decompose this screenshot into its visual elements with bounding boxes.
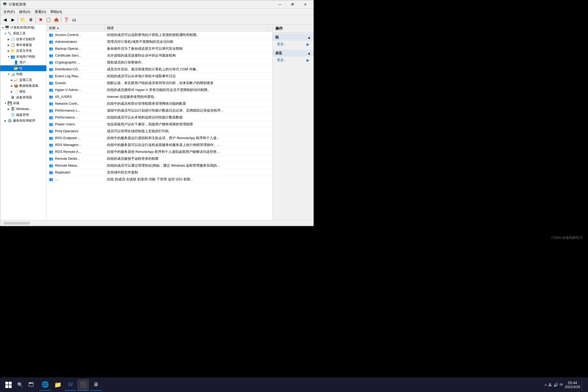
list-item[interactable]: 👥 IIS_IUSRS Internet 信息服务使用的内置组。 — [47, 93, 272, 100]
tree-item-systools[interactable]: ▼ 🔧 系统工具 — [0, 30, 46, 36]
show-desktop-button[interactable] — [582, 380, 584, 390]
list-item[interactable]: 👥 Distributed CO... 成员允许启动、激活和使用此计算机上的分布… — [47, 66, 272, 73]
section-title-group[interactable]: 组 ▲ — [273, 34, 313, 41]
tree-item-services[interactable]: ▶ ⚙️ 服务和应用程序 — [0, 118, 46, 124]
tree-item-windows[interactable]: ▶ 🗄 Windows... — [0, 106, 46, 112]
expand-icon[interactable]: ▶ — [7, 38, 10, 41]
devmgr-icon: 🖥 — [10, 95, 15, 100]
group-desc: 授权成员执行加密操作。 — [105, 60, 272, 65]
list-item[interactable]: 👥 Administrators 管理员对计算机/域有不受限制的完全访问权 — [47, 38, 272, 45]
list-item[interactable]: 👥 RDS Remote A... 此组中的服务器使 RemoteApp 程序和… — [47, 148, 272, 155]
tree-item-storage[interactable]: ▼ 💾 存储 — [0, 100, 46, 106]
delete-button[interactable]: ✖ — [37, 16, 44, 24]
list-item[interactable]: 👥 Network Confi... 此组中的成员有部分管理权限来管理网络功能的… — [47, 100, 272, 107]
statusbar-scroll[interactable] — [3, 222, 30, 225]
list-item[interactable]: 👥 Power Users 包括高级用户以向下兼容，高级用户拥有有限的管理权限 — [47, 121, 272, 128]
menu-action[interactable]: 操作(A) — [17, 9, 33, 15]
expand-icon[interactable]: ▶ — [10, 90, 14, 93]
section-collapse-icon: ▲ — [307, 35, 311, 39]
expand-icon[interactable]: ▶ — [4, 119, 7, 122]
list-item[interactable]: 👥 Remote Mana... 此组的成员可以通过管理协议(例如，通过 Win… — [47, 162, 272, 169]
col-header-desc[interactable]: 描述 — [105, 25, 268, 31]
tree-item-computer[interactable]: ▼ 🖥️ 计算机管理(本地) — [0, 25, 46, 30]
taskview-button[interactable]: 🗔 — [25, 379, 37, 391]
tree-item-monitor[interactable]: ▶ 📈 监视工具 — [0, 77, 46, 83]
taskbar-ie-button[interactable]: 🌐 — [39, 379, 51, 391]
list-item[interactable]: 👥 Cryptographic ... 授权成员执行加密操作。 — [47, 59, 272, 66]
tree-item-perf[interactable]: ▼ 📊 性能 — [0, 71, 46, 77]
expand-icon[interactable]: ▶ — [7, 107, 10, 111]
group-desc: 此组中的服务器运行虚拟机和主机会话，用户 RemoteApp 程序和个人虚... — [105, 135, 272, 141]
tree-item-event[interactable]: ▶ 📋 事件查看器 — [0, 42, 46, 48]
action-more-chizu[interactable]: 更多... ▶ — [273, 57, 313, 63]
tray-ime[interactable]: 中 — [560, 382, 563, 387]
list-item[interactable]: 👥 Replicator 支持域中的文件复制 — [47, 169, 272, 176]
up-button[interactable]: 📁 — [19, 16, 26, 24]
list-item[interactable]: 👥 Hyper-V Admin... 此组的成员拥有对 Hyper-V 所有功能… — [47, 86, 272, 93]
tray-expand[interactable]: ∧ — [545, 383, 547, 386]
expand-icon[interactable]: ▼ — [7, 55, 10, 58]
group-name: 👥 Cryptographic ... — [47, 60, 105, 65]
tree-item-task[interactable]: ▶ 🕐 任务计划程序 — [0, 36, 46, 42]
toolbar-sep-3 — [61, 17, 61, 23]
expand-icon[interactable]: ▶ — [7, 43, 10, 47]
tree-item-diskmgr[interactable]: 💿 磁盘管理 — [0, 112, 46, 118]
system-clock[interactable]: 20:44 2022/4/28 — [565, 381, 580, 389]
group-name: 👥 Performance L... — [47, 108, 105, 113]
minimize-button[interactable]: — — [274, 1, 286, 8]
list-item[interactable]: 👥 RDS Managem... 此组中的服务器可以在运行远程桌面服务的服务器上… — [47, 142, 272, 148]
start-button[interactable] — [2, 379, 15, 391]
tree-item-groups[interactable]: 📂 组 — [0, 65, 46, 71]
back-button[interactable]: ◀ — [1, 16, 9, 24]
view-toggle[interactable]: 🗂 — [70, 16, 78, 24]
taskbar-explorer-button[interactable]: 📁 — [52, 379, 64, 391]
expand-icon[interactable]: ▼ — [4, 102, 7, 105]
list-item[interactable]: 👥 Access Control... 此组的成员可以远程查询此计算机上资源的授… — [47, 31, 272, 38]
forward-button[interactable]: ▶ — [9, 16, 17, 24]
group-icon: 👥 — [49, 94, 53, 99]
action-more-group[interactable]: 更多... ▶ — [273, 41, 313, 48]
list-item[interactable]: 👥 Print Operators 成员可以管理在域控制器上安装的打印机 — [47, 128, 272, 135]
list-item[interactable]: 👥 RDS Endpoint ... 此组中的服务器运行虚拟机和主机会话，用户 … — [47, 135, 272, 142]
expand-icon[interactable]: ▶ — [7, 49, 10, 52]
maximize-button[interactable]: 🗗 — [286, 1, 299, 8]
menu-help[interactable]: 帮助(H) — [48, 9, 64, 15]
expand-icon[interactable]: ▼ — [7, 72, 10, 76]
close-button[interactable]: ✕ — [299, 1, 311, 8]
list-item[interactable]: 👥 Guests 按默认值，来宾跟用户组的成员有同等访问权，但来宾帐户的限制更多 — [47, 80, 272, 86]
expand-icon[interactable]: ▶ — [10, 78, 14, 81]
menu-view[interactable]: 查看(V) — [33, 9, 48, 15]
help-button[interactable]: ❓ — [62, 16, 70, 24]
show-hide-tree[interactable]: 🖥 — [27, 16, 34, 24]
tree-item-users[interactable]: 👤 用户 — [0, 60, 46, 65]
search-button[interactable]: 🔍 — [15, 380, 25, 390]
list-item[interactable]: 👥 Remote Deskt... 此组的成员被授予远程登录的权限 — [47, 155, 272, 162]
expand-icon[interactable]: ▼ — [4, 32, 7, 35]
tree-item-devmgr[interactable]: 🖥 设备管理器 — [0, 94, 46, 100]
col-header-name[interactable]: 名称 ▲ — [47, 25, 105, 31]
section-title-chizu[interactable]: 赤足 ▲ — [273, 50, 313, 57]
export-button[interactable]: 📤 — [53, 16, 60, 24]
list-item[interactable]: 👥 Performance ... 此组的成员可以从本地和远程访问性能计数器数据 — [47, 114, 272, 121]
group-desc: 此组 的成员 在该组 的某些 功能 下管理 这些 访问 权限... — [105, 176, 272, 182]
spacer — [10, 61, 14, 64]
list-item[interactable]: 👥 Certificate Serv... 允许该组的成员连接到企业中的证书颁发… — [47, 52, 272, 59]
group-desc: 包括高级用户以向下兼容，高级用户拥有有限的管理权限 — [105, 121, 272, 127]
tray-volume-icon[interactable]: 🔊 — [554, 383, 558, 387]
tree-item-datacollect[interactable]: ▶ 📦 数据收集器集 — [0, 83, 46, 89]
tree-item-share[interactable]: ▶ 📁 共享文件夹 — [0, 48, 46, 54]
list-item[interactable]: 👥 Backup Operat... 备份操作员为了备份或还原文件可以替代安全限… — [47, 45, 272, 52]
menu-file[interactable]: 文件(F) — [1, 9, 17, 15]
properties-button[interactable]: 📋 — [45, 16, 52, 24]
group-desc: 此组的成员可以远程查询此计算机上资源的授权属性和权限。 — [105, 32, 272, 38]
list-item[interactable]: 👥 Event Log Rea... 此组的成员可以从本地计算机中读取事件日志 — [47, 73, 272, 80]
list-item[interactable]: 👥 Performance L... 该组中的成员可以以计划进行性能计数器日志记… — [47, 107, 272, 114]
expand-icon[interactable]: ▶ — [10, 84, 14, 87]
list-item[interactable]: 👥 ... 此组 的成员 在该组 的某些 功能 下管理 这些 访问 权限... — [47, 176, 272, 183]
taskbar-word-button[interactable]: W — [65, 379, 76, 391]
expand-icon[interactable]: ▼ — [1, 26, 5, 29]
taskbar-cmd-button[interactable]: ⬛ — [77, 379, 89, 391]
tree-item-localusers[interactable]: ▼ 👥 本地用户和组 — [0, 54, 46, 60]
taskbar-compmgmt-button[interactable]: 🖥 — [90, 379, 102, 391]
tree-item-reports[interactable]: ▶ 📄 报告 — [0, 89, 46, 94]
